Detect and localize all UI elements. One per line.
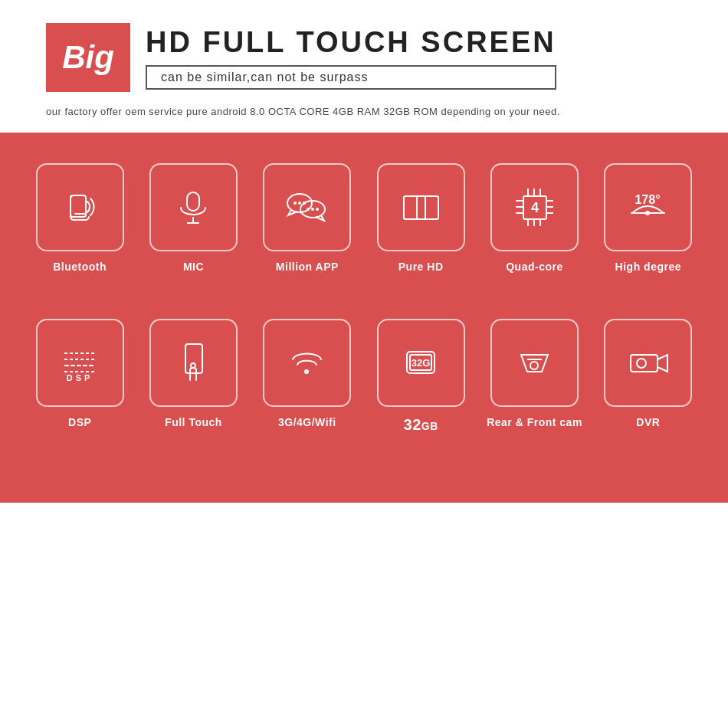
feature-high-degree: 178° High degree bbox=[599, 163, 697, 273]
feature-camera: Rear & Front cam bbox=[485, 319, 583, 434]
svg-point-38 bbox=[304, 369, 309, 374]
camera-icon bbox=[510, 338, 559, 388]
svg-point-10 bbox=[311, 208, 314, 211]
pure-hd-icon-box bbox=[377, 163, 465, 251]
storage-icon-box: 32G bbox=[377, 319, 465, 407]
million-app-icon-box bbox=[263, 163, 351, 251]
svg-rect-13 bbox=[417, 196, 438, 219]
mic-label: MIC bbox=[183, 261, 204, 273]
touch-icon bbox=[169, 338, 218, 388]
row-spacer bbox=[31, 303, 697, 319]
quad-core-label: Quad-core bbox=[506, 261, 563, 273]
full-touch-icon-box bbox=[149, 319, 238, 407]
dvr-icon-box bbox=[604, 319, 692, 407]
title-right: HD FULL TOUCH SCREEN can be similar,can … bbox=[146, 26, 556, 90]
feature-mic: MIC bbox=[144, 163, 242, 273]
big-label: Big bbox=[62, 39, 114, 76]
svg-point-6 bbox=[293, 202, 297, 205]
camera-label-rear: Rear & Front cam bbox=[487, 416, 582, 428]
wechat-icon bbox=[280, 185, 334, 231]
mic-icon bbox=[170, 185, 216, 231]
high-degree-icon-box: 178° bbox=[604, 163, 692, 251]
million-app-label: Million APP bbox=[276, 261, 339, 273]
wifi-icon bbox=[282, 338, 332, 388]
wifi-icon-box bbox=[263, 319, 351, 407]
svg-point-11 bbox=[316, 208, 319, 211]
bluetooth-icon-box bbox=[36, 163, 124, 251]
feature-full-touch: Full Touch bbox=[144, 319, 242, 434]
description-text: our factory offer oem service pure andro… bbox=[46, 106, 682, 117]
svg-rect-45 bbox=[631, 355, 657, 372]
svg-text:178°: 178° bbox=[635, 193, 661, 206]
feature-pure-hd: Pure HD bbox=[372, 163, 470, 273]
storage-icon: 32G bbox=[396, 338, 446, 388]
feature-wifi: 3G/4G/Wifi bbox=[258, 319, 356, 434]
high-degree-label: High degree bbox=[615, 261, 681, 273]
camera-label: Rear & Front cam bbox=[487, 416, 582, 428]
svg-point-7 bbox=[298, 202, 301, 205]
dvr-label: DVR bbox=[636, 416, 660, 428]
svg-point-44 bbox=[530, 362, 538, 369]
quad-core-icon-box: 4 bbox=[490, 163, 579, 251]
main-title: HD FULL TOUCH SCREEN bbox=[146, 26, 556, 59]
svg-text:32G: 32G bbox=[411, 357, 430, 369]
svg-rect-12 bbox=[404, 196, 425, 219]
svg-point-8 bbox=[303, 202, 306, 205]
svg-rect-36 bbox=[185, 344, 202, 373]
svg-marker-46 bbox=[657, 355, 667, 372]
features-row1: Bluetooth MIC bbox=[31, 163, 697, 273]
storage-label: 32GB bbox=[404, 416, 438, 434]
storage-32: 32 bbox=[404, 416, 421, 433]
dsp-label: DSP bbox=[68, 416, 91, 428]
svg-text:4: 4 bbox=[531, 200, 539, 215]
features-row2: DSP DSP Full Touch bbox=[31, 319, 697, 434]
feature-bluetooth: Bluetooth bbox=[31, 163, 129, 273]
subtitle-box: can be similar,can not be surpass bbox=[146, 65, 556, 90]
bluetooth-label: Bluetooth bbox=[53, 261, 107, 273]
dsp-icon-box: DSP bbox=[36, 319, 124, 407]
camera-icon-box bbox=[490, 319, 579, 407]
feature-million-app: Million APP bbox=[258, 163, 356, 273]
svg-point-37 bbox=[191, 363, 195, 368]
svg-point-30 bbox=[645, 211, 650, 215]
dsp-icon: DSP bbox=[55, 338, 105, 388]
full-touch-label: Full Touch bbox=[165, 416, 222, 428]
bluetooth-icon bbox=[57, 185, 103, 231]
feature-dvr: DVR bbox=[599, 319, 697, 434]
chip-icon: 4 bbox=[510, 182, 559, 232]
mic-icon-box bbox=[149, 163, 238, 251]
svg-rect-1 bbox=[187, 192, 199, 211]
big-logo-box: Big bbox=[46, 23, 130, 92]
storage-gb: GB bbox=[421, 420, 438, 432]
svg-point-47 bbox=[637, 359, 646, 368]
red-section: Bluetooth MIC bbox=[0, 133, 728, 503]
dvr-icon bbox=[623, 338, 673, 388]
wifi-label: 3G/4G/Wifi bbox=[278, 416, 336, 428]
top-section: Big HD FULL TOUCH SCREEN can be similar,… bbox=[0, 0, 728, 133]
degree-icon: 178° bbox=[623, 182, 673, 232]
screen-icon bbox=[396, 185, 446, 231]
pure-hd-label: Pure HD bbox=[398, 261, 444, 273]
header-row: Big HD FULL TOUCH SCREEN can be similar,… bbox=[46, 23, 682, 92]
feature-dsp: DSP DSP bbox=[31, 319, 129, 434]
svg-text:DSP: DSP bbox=[66, 373, 93, 382]
feature-quad-core: 4 bbox=[485, 163, 583, 273]
svg-point-9 bbox=[307, 208, 310, 211]
feature-storage: 32G 32GB bbox=[372, 319, 470, 434]
